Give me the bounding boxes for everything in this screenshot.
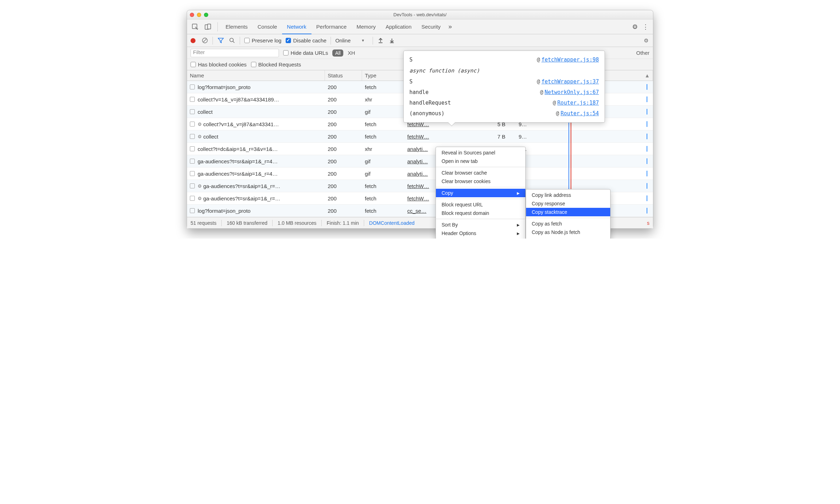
menu-item[interactable]: Clear browser cookies — [436, 177, 525, 186]
row-checkbox[interactable] — [190, 208, 195, 213]
filter-input[interactable]: Filter — [191, 49, 279, 57]
tab-network[interactable]: Network — [282, 19, 311, 34]
preserve-log-label: Preserve log — [252, 37, 281, 43]
menu-item[interactable]: Open in new tab — [436, 157, 525, 165]
status-transferred: 160 kB transferred — [227, 220, 267, 226]
throttling-select[interactable]: Online▼ — [335, 37, 368, 43]
menu-item[interactable]: Block request domain — [436, 209, 525, 217]
row-checkbox[interactable] — [190, 122, 195, 127]
table-row[interactable]: ga-audiences?t=sr&aip=1&_r=4…200gifanaly… — [187, 168, 653, 180]
request-type: gif — [362, 155, 404, 167]
blocked-requests-checkbox[interactable]: Blocked Requests — [251, 61, 301, 68]
request-type: fetch — [362, 130, 404, 142]
blocked-requests-label: Blocked Requests — [258, 61, 301, 68]
request-initiator[interactable]: fetchW… — [404, 130, 495, 142]
upload-icon[interactable] — [377, 37, 384, 44]
search-icon[interactable] — [228, 37, 235, 44]
stack-fn: S — [409, 76, 413, 87]
has-blocked-cookies-checkbox[interactable]: Has blocked cookies — [191, 61, 247, 68]
row-checkbox[interactable] — [190, 84, 195, 89]
svg-line-4 — [203, 39, 206, 42]
kebab-menu-icon[interactable]: ⋮ — [640, 23, 651, 31]
stack-link[interactable]: Router.js:54 — [561, 110, 599, 117]
tab-security[interactable]: Security — [416, 19, 445, 34]
filter-type-xhr[interactable]: XH — [348, 50, 355, 56]
service-worker-gear-icon: ⚙ — [198, 134, 202, 139]
clear-icon[interactable] — [201, 37, 208, 44]
inspect-icon[interactable] — [189, 21, 201, 33]
tab-elements[interactable]: Elements — [221, 19, 253, 34]
stack-fn: S — [409, 54, 413, 65]
menu-item[interactable]: Block request URL — [436, 200, 525, 209]
menu-item[interactable]: Copy as cURL — [526, 236, 610, 239]
record-icon[interactable] — [191, 38, 196, 43]
request-status: 200 — [325, 168, 362, 180]
row-checkbox[interactable] — [190, 146, 195, 151]
disable-cache-checkbox[interactable]: Disable cache — [286, 37, 326, 43]
row-checkbox[interactable] — [190, 183, 195, 188]
service-worker-gear-icon: ⚙ — [198, 196, 202, 201]
tab-application[interactable]: Application — [381, 19, 416, 34]
row-checkbox[interactable] — [190, 159, 195, 164]
table-row[interactable]: collect?t=dc&aip=1&_r=3&v=1&…200xhranaly… — [187, 143, 653, 155]
svg-line-6 — [233, 41, 234, 43]
menu-item[interactable]: Copy as fetch — [526, 219, 610, 228]
stack-link[interactable]: Router.js:187 — [558, 100, 599, 106]
request-type: gif — [362, 168, 404, 180]
submenu-arrow-icon: ▶ — [517, 191, 520, 195]
request-type: gif — [362, 106, 404, 118]
download-icon[interactable] — [389, 37, 396, 44]
row-checkbox[interactable] — [190, 109, 195, 114]
menu-item[interactable]: Clear browser cache — [436, 169, 525, 177]
copy-submenu[interactable]: Copy link addressCopy responseCopy stack… — [526, 189, 611, 239]
menu-item[interactable]: Reveal in Sources panel — [436, 148, 525, 157]
preserve-log-checkbox[interactable]: Preserve log — [244, 37, 281, 43]
menu-item[interactable]: Copy as Node.js fetch — [526, 228, 610, 236]
col-status[interactable]: Status — [325, 70, 362, 81]
filter-icon[interactable] — [217, 37, 224, 44]
row-checkbox[interactable] — [190, 134, 195, 139]
request-name: ga-audiences?t=sr&aip=1&_r=4… — [198, 171, 278, 177]
menu-item[interactable]: Copy▶ — [436, 189, 525, 197]
tab-performance[interactable]: Performance — [311, 19, 352, 34]
col-name[interactable]: Name — [187, 70, 325, 81]
hide-data-urls-label: Hide data URLs — [291, 50, 328, 56]
filter-type-other[interactable]: Other — [636, 50, 649, 56]
device-toggle-icon[interactable] — [202, 21, 214, 33]
stack-link[interactable]: fetchWrapper.js:37 — [541, 78, 599, 85]
stack-link[interactable]: fetchWrapper.js:98 — [541, 57, 599, 63]
menu-item[interactable]: Copy response — [526, 199, 610, 208]
request-type: fetch — [362, 180, 404, 192]
more-tabs-icon[interactable]: » — [445, 23, 455, 30]
request-status: 200 — [325, 205, 362, 217]
tab-console[interactable]: Console — [253, 19, 282, 34]
network-settings-gear-icon[interactable]: ⚙ — [642, 37, 649, 44]
context-menu[interactable]: Reveal in Sources panelOpen in new tabCl… — [436, 147, 526, 239]
disable-cache-label: Disable cache — [293, 37, 326, 43]
menu-item[interactable]: Copy link address — [526, 191, 610, 199]
main-tabs: ElementsConsoleNetworkPerformanceMemoryA… — [187, 19, 653, 34]
table-row[interactable]: ⚙collect200fetchfetchW…7 B9… — [187, 130, 653, 143]
request-status: 200 — [325, 81, 362, 93]
service-worker-gear-icon: ⚙ — [198, 183, 202, 189]
row-checkbox[interactable] — [190, 171, 195, 176]
request-name: collect — [198, 109, 213, 115]
request-name: log?format=json_proto — [198, 84, 251, 90]
table-row[interactable]: ga-audiences?t=sr&aip=1&_r=4…200gifanaly… — [187, 155, 653, 168]
menu-item[interactable]: Copy stacktrace — [526, 208, 610, 216]
request-name: ga-audiences?t=sr&aip=1&_r=… — [203, 183, 280, 189]
menu-item[interactable]: Header Options▶ — [436, 229, 525, 238]
request-waterfall — [533, 155, 653, 167]
request-status: 200 — [325, 155, 362, 167]
hide-data-urls-checkbox[interactable]: Hide data URLs — [283, 50, 328, 56]
request-type: xhr — [362, 143, 404, 155]
row-checkbox[interactable] — [190, 196, 195, 201]
tab-memory[interactable]: Memory — [351, 19, 380, 34]
request-size: 7 B — [495, 130, 516, 142]
col-type[interactable]: Type — [362, 70, 404, 81]
filter-all-pill[interactable]: All — [332, 49, 344, 57]
settings-gear-icon[interactable]: ⚙ — [630, 23, 640, 31]
row-checkbox[interactable] — [190, 97, 195, 102]
menu-item[interactable]: Sort By▶ — [436, 221, 525, 229]
stack-link[interactable]: NetworkOnly.js:67 — [544, 89, 599, 95]
